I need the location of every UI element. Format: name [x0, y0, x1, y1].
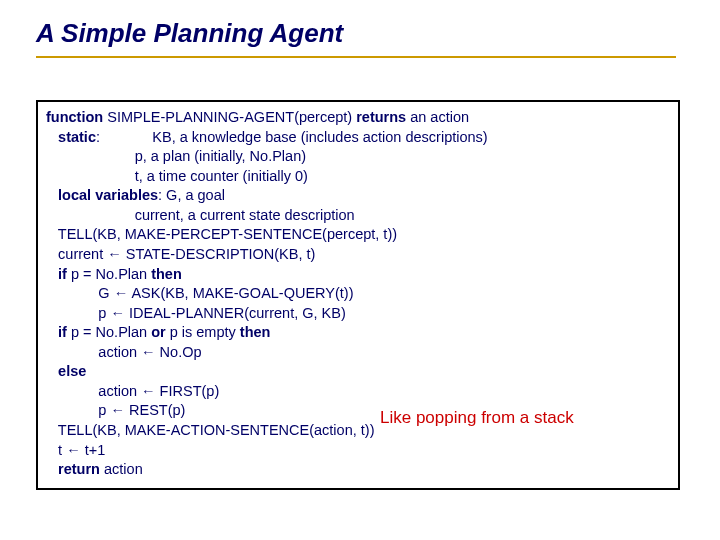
annotation-text: Like popping from a stack — [380, 408, 574, 428]
kw-then: then — [240, 324, 271, 340]
kw-return: return — [46, 461, 100, 477]
text: p = No.Plan — [67, 266, 151, 282]
kw-if: if — [46, 324, 67, 340]
code-line: else — [46, 362, 670, 382]
code-line: t ← t+1 — [46, 441, 670, 461]
kw-static: static — [46, 129, 96, 145]
code-line: current, a current state description — [46, 206, 670, 226]
code-line: static: KB, a knowledge base (includes a… — [46, 128, 670, 148]
code-line: p ← REST(p) — [46, 401, 670, 421]
page-title: A Simple Planning Agent — [36, 18, 343, 49]
code-line: current ← STATE-DESCRIPTION(KB, t) — [46, 245, 670, 265]
kw-returns: returns — [356, 109, 406, 125]
kw-if: if — [46, 266, 67, 282]
code-line: action ← FIRST(p) — [46, 382, 670, 402]
text: action — [100, 461, 143, 477]
code-line: p, a plan (initially, No.Plan) — [46, 147, 670, 167]
title-underline — [36, 56, 676, 58]
text: p = No.Plan — [67, 324, 151, 340]
code-line: if p = No.Plan then — [46, 265, 670, 285]
kw-or: or — [151, 324, 166, 340]
code-line: TELL(KB, MAKE-ACTION-SENTENCE(action, t)… — [46, 421, 670, 441]
code-line: if p = No.Plan or p is empty then — [46, 323, 670, 343]
code-line: p ← IDEAL-PLANNER(current, G, KB) — [46, 304, 670, 324]
kw-local-variables: local variables — [46, 187, 158, 203]
code-line: TELL(KB, MAKE-PERCEPT-SENTENCE(percept, … — [46, 225, 670, 245]
code-line: local variables: G, a goal — [46, 186, 670, 206]
code-line: t, a time counter (initially 0) — [46, 167, 670, 187]
code-line: function SIMPLE-PLANNING-AGENT(percept) … — [46, 108, 670, 128]
kw-then: then — [151, 266, 182, 282]
text: : G, a goal — [158, 187, 225, 203]
algorithm-box: function SIMPLE-PLANNING-AGENT(percept) … — [36, 100, 680, 490]
code-line: return action — [46, 460, 670, 480]
text: : KB, a knowledge base (includes action … — [96, 129, 488, 145]
text: SIMPLE-PLANNING-AGENT(percept) — [103, 109, 356, 125]
text: p is empty — [166, 324, 240, 340]
kw-function: function — [46, 109, 103, 125]
text: an action — [406, 109, 469, 125]
code-line: G ← ASK(KB, MAKE-GOAL-QUERY(t)) — [46, 284, 670, 304]
code-line: action ← No.Op — [46, 343, 670, 363]
